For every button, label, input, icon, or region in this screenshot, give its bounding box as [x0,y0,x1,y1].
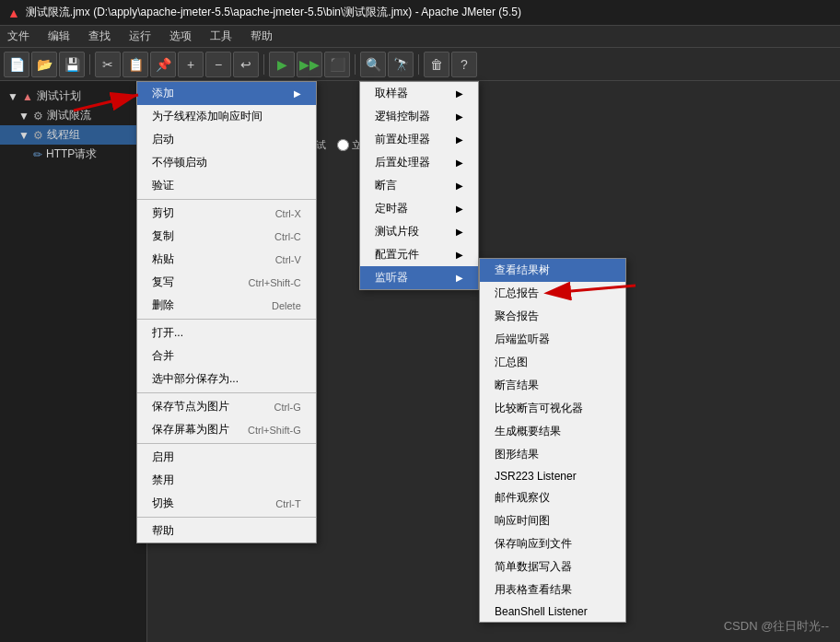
menu-file[interactable]: 文件 [4,29,33,44]
listener-assert-results[interactable]: 断言结果 [480,374,625,397]
menu-tools[interactable]: 工具 [206,29,236,44]
ctx-copy[interactable]: 复制 Ctrl-C [137,225,316,248]
sidebar-item-threadgroup[interactable]: ▼ ⚙ 线程组 [0,125,146,145]
logic-arrow: ▶ [456,111,463,122]
ctx-add[interactable]: 添加 ▶ [137,82,316,105]
ctx-help[interactable]: 帮助 [137,519,316,543]
ctx-sep2 [137,319,316,320]
submenu-add-fragment[interactable]: 测试片段 ▶ [360,220,478,243]
config-arrow: ▶ [456,250,463,260]
toolbar-binoculars[interactable]: 🔭 [388,52,414,77]
toolbar-sep2 [263,54,264,75]
listener-jsr223[interactable]: JSR223 Listener [480,466,625,486]
preproc-arrow: ▶ [456,134,463,145]
menu-options[interactable]: 选项 [166,29,195,44]
menu-run[interactable]: 运行 [125,29,155,44]
listener-simple-writer[interactable]: 简单数据写入器 [480,555,625,578]
postproc-arrow: ▶ [456,158,463,168]
toolbar-new[interactable]: 📄 [4,52,29,77]
toolbar-clear[interactable]: 🗑 [424,52,449,77]
tg-label: 线程组 [47,127,80,143]
submenu-add-timer[interactable]: 定时器 ▶ [360,197,478,220]
submenu-add-sampler[interactable]: 取样器 ▶ [360,82,478,105]
toolbar-save[interactable]: 💾 [59,52,85,77]
toolbar-search[interactable]: 🔍 [360,52,386,77]
submenu-add-preproc[interactable]: 前置处理器 ▶ [360,128,478,151]
listener-mail[interactable]: 邮件观察仪 [480,486,625,509]
title-bar: ▲ 测试限流.jmx (D:\apply\apache-jmeter-5.5\a… [0,0,840,26]
menu-edit[interactable]: 编辑 [44,29,74,44]
listener-view-results-tree[interactable]: 查看结果树 [480,259,625,282]
context-menu-main: 添加 ▶ 为子线程添加响应时间 启动 不停顿启动 验证 剪切 Ctrl-X 复制… [136,81,317,543]
toolbar-expand[interactable]: + [178,52,204,77]
fragment-arrow: ▶ [456,227,463,237]
ctx-save-node-img[interactable]: 保存节点为图片 Ctrl-G [137,395,316,418]
listener-aggregate-report[interactable]: 聚合报告 [480,305,625,328]
ctx-sep1 [137,199,316,200]
ctx-validate[interactable]: 验证 [137,174,316,197]
ctx-add-response-time[interactable]: 为子线程添加响应时间 [137,105,316,128]
toolbar-paste[interactable]: 📌 [150,52,176,77]
toolbar-sep4 [418,54,419,75]
listener-response-time[interactable]: 响应时间图 [480,509,625,532]
submenu-add-listener[interactable]: 监听器 ▶ [360,266,478,289]
submenu-add-config[interactable]: 配置元件 ▶ [360,243,478,266]
submenu-add-postproc[interactable]: 后置处理器 ▶ [360,151,478,174]
ctx-delete[interactable]: 删除 Delete [137,294,316,317]
listener-generate-summary[interactable]: 生成概要结果 [480,420,625,443]
ctx-start[interactable]: 启动 [137,128,316,151]
ctx-open[interactable]: 打开... [137,321,316,344]
sidebar-item-plan[interactable]: ▼ ▲ 测试计划 [0,87,146,106]
toolbar-stop[interactable]: ⬛ [324,52,350,77]
ctx-sep3 [137,392,316,393]
toolbar-run-nopause[interactable]: ▶▶ [297,52,322,77]
submenu-add-logic[interactable]: 逻辑控制器 ▶ [360,105,478,128]
ctx-save-screen-img[interactable]: 保存屏幕为图片 Ctrl+Shift-G [137,418,316,441]
ctx-cut[interactable]: 剪切 Ctrl-X [137,202,316,225]
toolbar-collapse[interactable]: − [205,52,231,77]
ctx-merge[interactable]: 合并 [137,344,316,368]
sampler-arrow: ▶ [456,88,463,99]
toolbar-cut[interactable]: ✂ [95,52,121,77]
plan-label: 测试计划 [37,88,81,104]
toolbar-sep1 [89,54,90,75]
toolbar: 📄 📂 💾 ✂ 📋 📌 + − ↩ ▶ ▶▶ ⬛ 🔍 🔭 🗑 ? [0,48,840,81]
ctx-sep4 [137,443,316,444]
toolbar-copy[interactable]: 📋 [122,52,148,77]
ctx-disable[interactable]: 禁用 [137,469,316,492]
tree-arrow-plan: ▼ [7,90,18,103]
ctx-enable[interactable]: 启用 [137,446,316,469]
listener-summary-graph[interactable]: 汇总图 [480,351,625,374]
ctx-paste[interactable]: 粘贴 Ctrl-V [137,248,316,271]
toolbar-undo[interactable]: ↩ [233,52,259,77]
ctx-duplicate[interactable]: 复写 Ctrl+Shift-C [137,271,316,294]
listener-summary-report[interactable]: 汇总报告 [480,282,625,305]
toolbar-run[interactable]: ▶ [269,52,295,77]
listener-save-response[interactable]: 保存响应到文件 [480,532,625,555]
menu-help[interactable]: 帮助 [247,29,276,44]
assert-arrow: ▶ [456,181,463,191]
sidebar-item-limit[interactable]: ▼ ⚙ 测试限流 [0,106,146,125]
timer-arrow: ▶ [456,204,463,214]
toolbar-help[interactable]: ? [451,52,477,77]
title-text: 测试限流.jmx (D:\apply\apache-jmeter-5.5\apa… [26,5,521,20]
submenu-listener: 查看结果树 汇总报告 聚合报告 后端监听器 汇总图 断言结果 比较断言可视化器 … [479,258,626,623]
watermark: CSDN @往日时光-- [724,618,829,635]
listener-arrow: ▶ [456,273,463,283]
menu-find[interactable]: 查找 [85,29,114,44]
listener-compare-assert[interactable]: 比较断言可视化器 [480,397,625,420]
toolbar-open[interactable]: 📂 [31,52,57,77]
http-icon: ✏ [33,148,42,161]
tg-icon: ⚙ [33,129,43,142]
listener-table-view[interactable]: 用表格查看结果 [480,578,625,601]
submenu-add-assert[interactable]: 断言 ▶ [360,174,478,197]
toolbar-sep3 [355,54,356,75]
ctx-save-selection[interactable]: 选中部分保存为... [137,368,316,391]
listener-backend[interactable]: 后端监听器 [480,328,625,351]
ctx-add-arrow: ▶ [294,88,301,99]
ctx-start-nopause[interactable]: 不停顿启动 [137,151,316,174]
listener-graph-results[interactable]: 图形结果 [480,443,625,466]
sidebar-item-http[interactable]: ✏ HTTP请求 [0,145,146,164]
ctx-toggle[interactable]: 切换 Ctrl-T [137,492,316,515]
listener-beanshell[interactable]: BeanShell Listener [480,601,625,622]
